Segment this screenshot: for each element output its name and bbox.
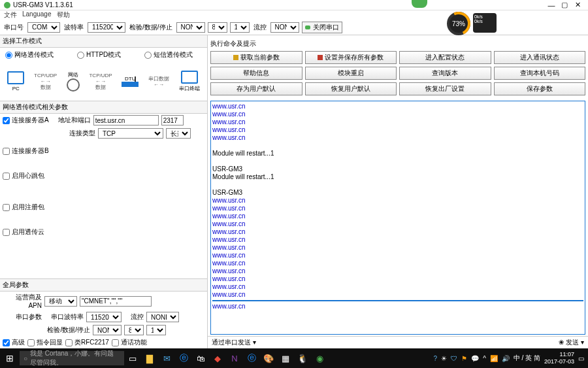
- register-check[interactable]: 启用注册包: [3, 203, 44, 212]
- persist-select[interactable]: 长连接: [166, 128, 191, 139]
- cmd-title: 执行命令及提示: [210, 38, 585, 50]
- minimize-button[interactable]: —: [545, 1, 558, 9]
- tray-volume-icon[interactable]: 🔊: [502, 355, 510, 362]
- qq-icon[interactable]: ◆: [209, 354, 226, 363]
- btn-save-user[interactable]: 存为用户默认: [210, 82, 302, 95]
- explorer-icon[interactable]: ▇: [141, 354, 158, 363]
- mode-title: 选择工作模式: [0, 35, 207, 48]
- top-tab: [412, 0, 427, 8]
- call-check[interactable]: 通话功能: [112, 338, 147, 347]
- port-select[interactable]: COM3: [27, 22, 60, 33]
- save-icon: [318, 55, 323, 60]
- mode-httpd[interactable]: HTTPD模式: [77, 50, 121, 59]
- send-via-serial[interactable]: 通过串口发送 ▾: [212, 338, 256, 347]
- heartbeat-check[interactable]: 启用心跳包: [3, 171, 44, 180]
- topology-diagram: PC TCP/UDP←→数据 网络 TCP/UDP←→数据 DTU 串口数据←→…: [0, 62, 207, 101]
- node-dtu: DTU: [122, 76, 139, 87]
- sflow-select[interactable]: NONE: [146, 312, 179, 322]
- flow-label: 流控: [252, 23, 268, 32]
- menu-bar: 文件 Language 帮助: [0, 10, 588, 20]
- stopbits-select[interactable]: 1: [230, 22, 250, 33]
- cloud-check[interactable]: 启用透传云: [3, 227, 44, 237]
- databits-select[interactable]: 8: [208, 22, 227, 33]
- cortana-search[interactable]: ○ 我是 Cortana，小娜。有问题尽管问我。: [20, 351, 124, 365]
- task-view-icon[interactable]: ▭: [124, 354, 141, 363]
- flow-select[interactable]: NONE: [270, 22, 299, 33]
- net-speed-widget[interactable]: 0k/s 0k/s: [473, 13, 497, 33]
- sbaud-select[interactable]: 115200: [86, 312, 122, 322]
- mode-net[interactable]: 网络透传模式: [5, 50, 54, 59]
- close-button[interactable]: ✕: [571, 1, 584, 9]
- tray-weather-icon[interactable]: ☀: [441, 355, 447, 362]
- close-port-button[interactable]: 关闭串口: [302, 22, 342, 33]
- apn-input[interactable]: [80, 296, 152, 307]
- apn-label: 运营商及APN: [3, 293, 42, 309]
- check-label: 检验/数据/停止: [128, 23, 174, 32]
- menu-language[interactable]: Language: [22, 10, 52, 20]
- edge-icon[interactable]: ⓔ: [175, 352, 192, 364]
- tray-notifications-icon[interactable]: ▭: [578, 355, 584, 362]
- type-label: 连接类型: [56, 129, 95, 138]
- start-button[interactable]: ⊞: [0, 353, 20, 363]
- port-label: 串口号: [3, 23, 25, 32]
- btn-get-params[interactable]: 获取当前参数: [210, 51, 302, 64]
- tray-shield-icon[interactable]: 🛡: [451, 355, 457, 362]
- btn-query-phone[interactable]: 查询本机号码: [494, 67, 586, 80]
- mode-sms[interactable]: 短信透传模式: [144, 50, 193, 59]
- tray-flag-icon[interactable]: ⚑: [461, 355, 467, 362]
- tool-icon[interactable]: 🐧: [294, 354, 311, 363]
- btn-restore-user[interactable]: 恢复用户默认: [305, 82, 397, 95]
- tray-help-icon[interactable]: ?: [434, 355, 438, 362]
- arrow-tcpudp: TCP/UDP←→数据: [34, 73, 57, 90]
- paint-icon[interactable]: 🎨: [260, 354, 277, 363]
- sstop-select[interactable]: 1: [146, 325, 166, 335]
- btn-restart[interactable]: 模块重启: [305, 67, 397, 80]
- tray-clock[interactable]: 11:07 2017-07-03: [544, 351, 574, 365]
- menu-file[interactable]: 文件: [4, 10, 17, 20]
- global-title: 全局参数: [0, 279, 207, 292]
- store-icon[interactable]: 🛍: [192, 354, 209, 363]
- tray-wifi-icon[interactable]: 📶: [490, 355, 498, 362]
- btn-enter-config[interactable]: 进入配置状态: [399, 51, 491, 64]
- gauge-widget[interactable]: 73%: [447, 12, 470, 35]
- port-input[interactable]: [161, 115, 184, 125]
- send-bar: 通过串口发送 ▾ ❀ 发送 ▾: [208, 336, 588, 348]
- system-tray: ? ☀ 🛡 ⚑ 💬 ^ 📶 🔊 中 / 英 简 11:07 2017-07-03…: [430, 351, 588, 365]
- log-output[interactable]: www.usr.cn www.usr.cn www.usr.cn www.usr…: [210, 101, 585, 335]
- tray-ime[interactable]: 中 / 英 简: [514, 354, 540, 363]
- send-button[interactable]: ❀ 发送 ▾: [559, 338, 584, 347]
- sdata-select[interactable]: 8: [124, 325, 144, 335]
- parity-select[interactable]: NONE: [176, 22, 205, 33]
- apn-select[interactable]: 移动: [44, 296, 77, 307]
- ie-icon[interactable]: ⓔ: [243, 352, 260, 364]
- taskbar: ⊞ ○ 我是 Cortana，小娜。有问题尽管问我。 ▭ ▇ ✉ ⓔ 🛍 ◆ N…: [0, 348, 588, 368]
- server-a-check[interactable]: 连接服务器A: [3, 116, 49, 125]
- btn-set-save[interactable]: 设置并保存所有参数: [305, 51, 397, 64]
- btn-factory[interactable]: 恢复出厂设置: [399, 82, 491, 95]
- menu-help[interactable]: 帮助: [57, 10, 70, 20]
- baud-select[interactable]: 115200: [88, 22, 125, 33]
- btn-version[interactable]: 查询版本: [399, 67, 491, 80]
- tray-up-icon[interactable]: ^: [483, 355, 486, 362]
- serial-param-label: 串口参数: [3, 312, 42, 322]
- scheck-select[interactable]: NONE: [93, 325, 122, 335]
- addr-input[interactable]: [93, 115, 159, 125]
- rfc-check[interactable]: 类RFC2217: [65, 338, 109, 347]
- maximize-button[interactable]: ▢: [558, 1, 571, 9]
- node-terminal: 串口终端: [179, 71, 200, 92]
- onenote-icon[interactable]: N: [226, 354, 243, 363]
- mail-icon[interactable]: ✉: [158, 354, 175, 363]
- btn-help[interactable]: 帮助信息: [210, 67, 302, 80]
- server-b-check[interactable]: 连接服务器B: [3, 146, 49, 156]
- tray-chat-icon[interactable]: 💬: [471, 355, 479, 362]
- android-icon[interactable]: ◉: [311, 354, 328, 363]
- cortana-icon: ○: [24, 355, 27, 362]
- btn-save-params[interactable]: 保存参数: [494, 82, 586, 95]
- btn-enter-comm[interactable]: 进入通讯状态: [494, 51, 586, 64]
- addr-label: 地址和端口: [52, 116, 91, 125]
- arrow-tcpudp2: TCP/UDP←→数据: [89, 73, 112, 90]
- echo-check[interactable]: 指令回显: [27, 338, 63, 347]
- type-select[interactable]: TCP: [98, 128, 163, 139]
- adv-check[interactable]: 高级: [3, 338, 25, 347]
- calc-icon[interactable]: ▦: [277, 354, 294, 363]
